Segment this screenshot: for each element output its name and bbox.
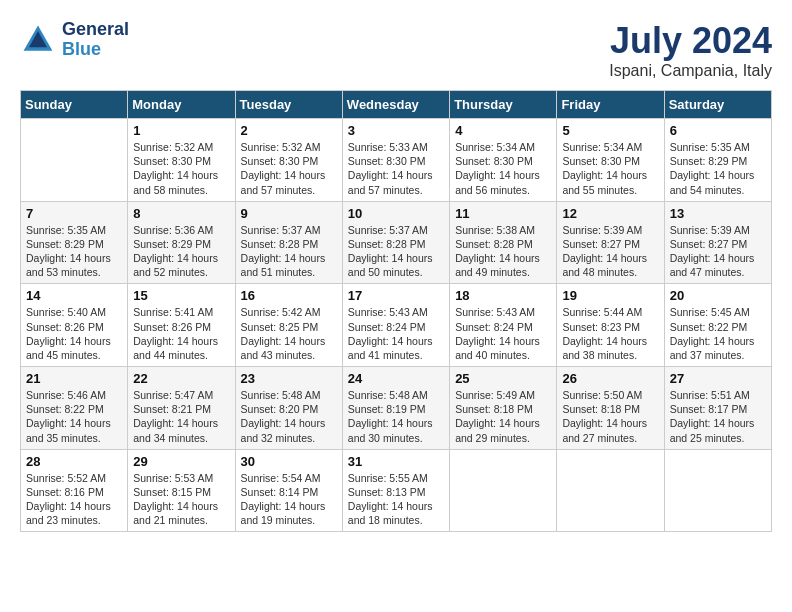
day-number: 30 [241, 454, 337, 469]
calendar-cell: 27Sunrise: 5:51 AMSunset: 8:17 PMDayligh… [664, 367, 771, 450]
day-info: Sunrise: 5:39 AMSunset: 8:27 PMDaylight:… [670, 223, 766, 280]
title-block: July 2024 Ispani, Campania, Italy [609, 20, 772, 80]
day-number: 19 [562, 288, 658, 303]
day-info: Sunrise: 5:43 AMSunset: 8:24 PMDaylight:… [455, 305, 551, 362]
day-info: Sunrise: 5:46 AMSunset: 8:22 PMDaylight:… [26, 388, 122, 445]
day-number: 14 [26, 288, 122, 303]
day-info: Sunrise: 5:45 AMSunset: 8:22 PMDaylight:… [670, 305, 766, 362]
calendar-cell: 16Sunrise: 5:42 AMSunset: 8:25 PMDayligh… [235, 284, 342, 367]
col-header-thursday: Thursday [450, 91, 557, 119]
day-info: Sunrise: 5:35 AMSunset: 8:29 PMDaylight:… [670, 140, 766, 197]
calendar-cell: 20Sunrise: 5:45 AMSunset: 8:22 PMDayligh… [664, 284, 771, 367]
col-header-sunday: Sunday [21, 91, 128, 119]
logo-text: General Blue [62, 20, 129, 60]
calendar-cell: 26Sunrise: 5:50 AMSunset: 8:18 PMDayligh… [557, 367, 664, 450]
day-info: Sunrise: 5:34 AMSunset: 8:30 PMDaylight:… [455, 140, 551, 197]
calendar-cell: 31Sunrise: 5:55 AMSunset: 8:13 PMDayligh… [342, 449, 449, 532]
day-number: 17 [348, 288, 444, 303]
day-info: Sunrise: 5:39 AMSunset: 8:27 PMDaylight:… [562, 223, 658, 280]
calendar-cell: 28Sunrise: 5:52 AMSunset: 8:16 PMDayligh… [21, 449, 128, 532]
day-info: Sunrise: 5:41 AMSunset: 8:26 PMDaylight:… [133, 305, 229, 362]
day-info: Sunrise: 5:33 AMSunset: 8:30 PMDaylight:… [348, 140, 444, 197]
day-info: Sunrise: 5:36 AMSunset: 8:29 PMDaylight:… [133, 223, 229, 280]
col-header-saturday: Saturday [664, 91, 771, 119]
day-number: 1 [133, 123, 229, 138]
calendar-cell: 22Sunrise: 5:47 AMSunset: 8:21 PMDayligh… [128, 367, 235, 450]
col-header-tuesday: Tuesday [235, 91, 342, 119]
day-number: 13 [670, 206, 766, 221]
day-info: Sunrise: 5:54 AMSunset: 8:14 PMDaylight:… [241, 471, 337, 528]
day-info: Sunrise: 5:43 AMSunset: 8:24 PMDaylight:… [348, 305, 444, 362]
calendar-cell: 14Sunrise: 5:40 AMSunset: 8:26 PMDayligh… [21, 284, 128, 367]
day-info: Sunrise: 5:55 AMSunset: 8:13 PMDaylight:… [348, 471, 444, 528]
day-number: 3 [348, 123, 444, 138]
day-number: 28 [26, 454, 122, 469]
day-info: Sunrise: 5:44 AMSunset: 8:23 PMDaylight:… [562, 305, 658, 362]
day-info: Sunrise: 5:50 AMSunset: 8:18 PMDaylight:… [562, 388, 658, 445]
calendar-cell: 19Sunrise: 5:44 AMSunset: 8:23 PMDayligh… [557, 284, 664, 367]
calendar-table: SundayMondayTuesdayWednesdayThursdayFrid… [20, 90, 772, 532]
calendar-cell: 29Sunrise: 5:53 AMSunset: 8:15 PMDayligh… [128, 449, 235, 532]
calendar-cell: 15Sunrise: 5:41 AMSunset: 8:26 PMDayligh… [128, 284, 235, 367]
day-number: 7 [26, 206, 122, 221]
day-number: 27 [670, 371, 766, 386]
day-number: 10 [348, 206, 444, 221]
day-info: Sunrise: 5:37 AMSunset: 8:28 PMDaylight:… [241, 223, 337, 280]
calendar-cell: 23Sunrise: 5:48 AMSunset: 8:20 PMDayligh… [235, 367, 342, 450]
calendar-cell: 12Sunrise: 5:39 AMSunset: 8:27 PMDayligh… [557, 201, 664, 284]
page-header: General Blue July 2024 Ispani, Campania,… [20, 20, 772, 80]
col-header-monday: Monday [128, 91, 235, 119]
day-number: 18 [455, 288, 551, 303]
calendar-cell: 4Sunrise: 5:34 AMSunset: 8:30 PMDaylight… [450, 119, 557, 202]
day-number: 5 [562, 123, 658, 138]
day-number: 16 [241, 288, 337, 303]
day-info: Sunrise: 5:37 AMSunset: 8:28 PMDaylight:… [348, 223, 444, 280]
day-info: Sunrise: 5:47 AMSunset: 8:21 PMDaylight:… [133, 388, 229, 445]
calendar-cell: 1Sunrise: 5:32 AMSunset: 8:30 PMDaylight… [128, 119, 235, 202]
location: Ispani, Campania, Italy [609, 62, 772, 80]
calendar-cell: 30Sunrise: 5:54 AMSunset: 8:14 PMDayligh… [235, 449, 342, 532]
day-info: Sunrise: 5:42 AMSunset: 8:25 PMDaylight:… [241, 305, 337, 362]
calendar-cell: 11Sunrise: 5:38 AMSunset: 8:28 PMDayligh… [450, 201, 557, 284]
day-number: 22 [133, 371, 229, 386]
day-info: Sunrise: 5:49 AMSunset: 8:18 PMDaylight:… [455, 388, 551, 445]
calendar-cell [450, 449, 557, 532]
day-info: Sunrise: 5:48 AMSunset: 8:19 PMDaylight:… [348, 388, 444, 445]
day-info: Sunrise: 5:40 AMSunset: 8:26 PMDaylight:… [26, 305, 122, 362]
logo: General Blue [20, 20, 129, 60]
day-number: 2 [241, 123, 337, 138]
day-info: Sunrise: 5:51 AMSunset: 8:17 PMDaylight:… [670, 388, 766, 445]
calendar-cell: 21Sunrise: 5:46 AMSunset: 8:22 PMDayligh… [21, 367, 128, 450]
day-info: Sunrise: 5:32 AMSunset: 8:30 PMDaylight:… [241, 140, 337, 197]
calendar-cell [557, 449, 664, 532]
day-number: 21 [26, 371, 122, 386]
col-header-wednesday: Wednesday [342, 91, 449, 119]
day-info: Sunrise: 5:53 AMSunset: 8:15 PMDaylight:… [133, 471, 229, 528]
day-info: Sunrise: 5:52 AMSunset: 8:16 PMDaylight:… [26, 471, 122, 528]
calendar-cell: 6Sunrise: 5:35 AMSunset: 8:29 PMDaylight… [664, 119, 771, 202]
calendar-cell [664, 449, 771, 532]
calendar-cell: 18Sunrise: 5:43 AMSunset: 8:24 PMDayligh… [450, 284, 557, 367]
day-number: 15 [133, 288, 229, 303]
calendar-cell: 24Sunrise: 5:48 AMSunset: 8:19 PMDayligh… [342, 367, 449, 450]
day-info: Sunrise: 5:38 AMSunset: 8:28 PMDaylight:… [455, 223, 551, 280]
calendar-cell: 13Sunrise: 5:39 AMSunset: 8:27 PMDayligh… [664, 201, 771, 284]
day-number: 23 [241, 371, 337, 386]
logo-icon [20, 22, 56, 58]
day-number: 9 [241, 206, 337, 221]
calendar-cell [21, 119, 128, 202]
day-number: 6 [670, 123, 766, 138]
day-number: 25 [455, 371, 551, 386]
calendar-cell: 10Sunrise: 5:37 AMSunset: 8:28 PMDayligh… [342, 201, 449, 284]
day-number: 29 [133, 454, 229, 469]
calendar-cell: 25Sunrise: 5:49 AMSunset: 8:18 PMDayligh… [450, 367, 557, 450]
calendar-cell: 3Sunrise: 5:33 AMSunset: 8:30 PMDaylight… [342, 119, 449, 202]
col-header-friday: Friday [557, 91, 664, 119]
day-number: 20 [670, 288, 766, 303]
month-title: July 2024 [609, 20, 772, 62]
day-number: 26 [562, 371, 658, 386]
calendar-cell: 9Sunrise: 5:37 AMSunset: 8:28 PMDaylight… [235, 201, 342, 284]
day-number: 8 [133, 206, 229, 221]
day-number: 24 [348, 371, 444, 386]
day-info: Sunrise: 5:35 AMSunset: 8:29 PMDaylight:… [26, 223, 122, 280]
